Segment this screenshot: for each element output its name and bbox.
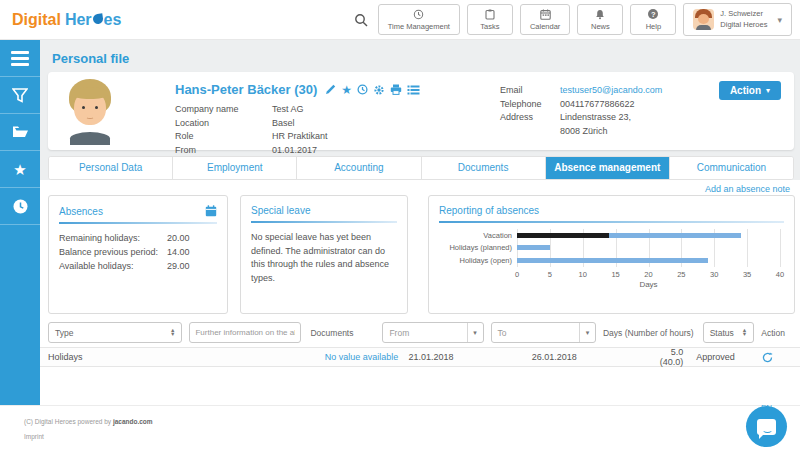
print-icon[interactable]: [390, 84, 402, 95]
copyright-text: (C) Digital Heroes powered by jacando.co…: [24, 418, 153, 425]
profile-card: Hans-Peter Bäcker (30) ★: [48, 72, 794, 150]
imprint-link[interactable]: Imprint: [24, 433, 44, 440]
user-menu[interactable]: J. Schweizer Digital Heroes ▾: [683, 3, 792, 36]
cell-to: 26.01.2018: [532, 352, 653, 362]
field-value: Basel: [272, 117, 328, 131]
cell-from: 21.01.2018: [409, 352, 525, 362]
select-stepper-icon: ▲▼: [170, 329, 175, 336]
field-value: 8008 Zürich: [560, 125, 662, 139]
cell-days: 5.0 (40.0): [660, 347, 686, 367]
chevron-down-icon: ▾: [766, 86, 770, 95]
type-filter-select[interactable]: Type ▲▼: [48, 322, 182, 343]
select-stepper-icon: ▲▼: [742, 329, 747, 336]
add-absence-note-link[interactable]: Add an absence note: [705, 184, 790, 194]
x-tick-label: 10: [579, 270, 587, 279]
x-tick-label: 40: [776, 270, 784, 279]
chart-x-ticks: 0510152025303540: [517, 270, 780, 279]
sidebar-item-filter[interactable]: [0, 77, 40, 114]
cell-documents-link[interactable]: No value available: [325, 352, 402, 362]
absence-stat-row: Balance previous period: 14.00: [59, 246, 217, 260]
chart-bar-track: [517, 233, 780, 238]
field-value: Test AG: [272, 103, 328, 117]
chevron-down-icon: ▾: [777, 15, 782, 25]
history-clock-icon[interactable]: [357, 84, 368, 95]
gridline: [780, 229, 781, 267]
employee-avatar: [61, 79, 119, 145]
calendar-button[interactable]: Calendar: [520, 4, 570, 35]
x-tick-label: 30: [710, 270, 718, 279]
bell-icon: [595, 9, 605, 20]
from-date-filter[interactable]: From ▾: [382, 322, 483, 343]
bar-segment-taken: [517, 233, 609, 238]
table-row[interactable]: Holidays No value available 21.01.2018 2…: [40, 347, 800, 367]
favorite-star-icon[interactable]: ★: [341, 84, 352, 96]
user-name: J. Schweizer: [720, 9, 767, 19]
main-area: Personal file Hans-Peter Bäcker (30) ★: [40, 40, 800, 405]
absences-card-title: Absences: [59, 206, 103, 217]
calendar-icon[interactable]: [205, 205, 217, 217]
tab-accounting[interactable]: Accounting: [297, 157, 421, 179]
sidebar-item-files[interactable]: [0, 114, 40, 151]
x-tick-label: 5: [548, 270, 552, 279]
search-icon[interactable]: [354, 13, 368, 27]
absence-stat-row: Remaining holidays: 20.00: [59, 232, 217, 246]
chevron-down-icon: ▾: [467, 323, 483, 342]
settings-gear-icon[interactable]: [373, 84, 385, 96]
hamburger-icon: [11, 51, 29, 66]
refresh-icon[interactable]: [756, 352, 792, 363]
absence-info-input[interactable]: [189, 322, 301, 343]
top-bar-actions: Time Management Tasks Calendar News ? He…: [354, 3, 792, 36]
title-underline: [439, 221, 784, 223]
user-info: J. Schweizer Digital Heroes: [720, 9, 767, 29]
bar-segment-remaining: [609, 233, 741, 238]
sidebar-item-favorites[interactable]: ★: [0, 151, 40, 188]
chart-row: Vacation: [439, 229, 780, 242]
action-column-label: Action: [761, 328, 792, 338]
chart-row: Holidays (open): [439, 254, 780, 267]
user-avatar: [693, 9, 714, 30]
special-leave-title: Special leave: [251, 205, 310, 216]
clock-filled-icon: [13, 199, 28, 214]
field-value: 004117677886622: [560, 98, 662, 112]
folder-icon: [12, 125, 29, 139]
calendar-label: Calendar: [530, 22, 560, 31]
tab-personal-data[interactable]: Personal Data: [49, 157, 173, 179]
sidebar-item-menu[interactable]: [0, 40, 40, 77]
left-sidebar: ★: [0, 40, 40, 405]
page-title: Personal file: [52, 51, 129, 66]
top-bar: Digital Her es Time Management Tasks Cal…: [0, 0, 800, 40]
absence-panel: Add an absence note Absences Remaining h…: [40, 180, 800, 405]
sidebar-item-history[interactable]: [0, 188, 40, 225]
field-value: HR Praktikant: [272, 130, 328, 144]
tasks-button[interactable]: Tasks: [467, 4, 513, 35]
special-leave-text: No special leave has yet been defined. T…: [251, 231, 397, 285]
title-underline: [251, 221, 397, 223]
field-label: Company name: [175, 103, 272, 117]
logo-text-her: Her: [65, 11, 92, 29]
time-management-button[interactable]: Time Management: [378, 4, 460, 35]
to-date-filter[interactable]: To ▾: [491, 322, 596, 343]
chart-category-label: Holidays (open): [439, 256, 517, 265]
absence-bar-chart: VacationHolidays (planned)Holidays (open…: [439, 228, 784, 292]
x-tick-label: 35: [743, 270, 751, 279]
tab-absence-management[interactable]: Absence management: [546, 157, 670, 179]
days-column-label: Days (Number of hours): [603, 328, 696, 338]
chat-widget-button[interactable]: [746, 406, 787, 447]
tab-employment[interactable]: Employment: [173, 157, 297, 179]
logo-text-es: es: [104, 11, 122, 29]
help-button[interactable]: ? Help: [630, 4, 676, 35]
tab-communication[interactable]: Communication: [670, 157, 793, 179]
action-button[interactable]: Action ▾: [719, 81, 781, 100]
tab-documents[interactable]: Documents: [422, 157, 546, 179]
calendar-icon: [540, 9, 551, 20]
title-underline: [59, 222, 217, 224]
email-link[interactable]: testuser50@jacando.com: [560, 84, 662, 98]
absence-stat-row: Available holidays: 29.00: [59, 260, 217, 274]
status-filter-select[interactable]: Status ▲▼: [703, 322, 755, 343]
reporting-card: Reporting of absences VacationHolidays (…: [428, 195, 795, 314]
edit-pencil-icon[interactable]: [325, 84, 336, 95]
cell-type: Holidays: [48, 352, 201, 362]
detail-list-icon[interactable]: [407, 85, 420, 95]
news-button[interactable]: News: [577, 4, 623, 35]
chart-row: Holidays (planned): [439, 242, 780, 255]
